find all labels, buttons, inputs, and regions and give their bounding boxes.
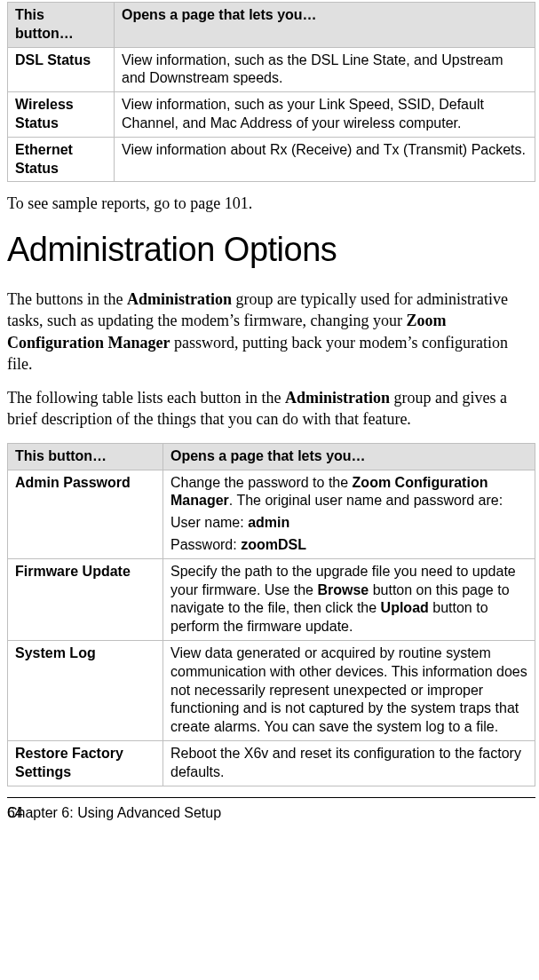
table-row: Firmware Update Specify the path to the … <box>8 558 535 640</box>
row-name: System Log <box>8 640 163 740</box>
row-name: Ethernet Status <box>8 137 115 182</box>
page-footer: 64 Chapter 6: Using Advanced Setup <box>7 798 535 835</box>
row-name: Wireless Status <box>8 92 115 138</box>
row-desc: View information about Rx (Receive) and … <box>115 137 535 182</box>
row-name: Firmware Update <box>8 558 163 640</box>
row-desc: View information, such as the DSL Line S… <box>115 47 535 92</box>
table-row: Wireless Status View information, such a… <box>8 92 535 138</box>
row-desc: Reboot the X6v and reset its configurati… <box>163 740 535 786</box>
row-name: DSL Status <box>8 47 115 92</box>
sample-reports-paragraph: To see sample reports, go to page 101. <box>7 193 535 214</box>
status-table: This button… Opens a page that lets you…… <box>7 2 535 182</box>
row-desc: Change the password to the Zoom Configur… <box>163 470 535 558</box>
row-name: Admin Password <box>8 470 163 558</box>
page-number: 64 <box>7 803 23 823</box>
table2-head-desc: Opens a page that lets you… <box>163 443 535 470</box>
table-row: Ethernet Status View information about R… <box>8 137 535 182</box>
intro-paragraph: The buttons in the Administration group … <box>7 288 535 375</box>
table-row: Restore Factory Settings Reboot the X6v … <box>8 740 535 786</box>
table1-head-button: This button… <box>8 3 115 48</box>
table-row: Admin Password Change the password to th… <box>8 470 535 558</box>
table1-head-desc: Opens a page that lets you… <box>115 3 535 48</box>
footer-text: Chapter 6: Using Advanced Setup <box>7 805 221 820</box>
administration-table: This button… Opens a page that lets you…… <box>7 443 535 786</box>
table-lead-paragraph: The following table lists each button in… <box>7 387 535 431</box>
row-desc: View data generated or acquired by routi… <box>163 640 535 740</box>
table-row: DSL Status View information, such as the… <box>8 47 535 92</box>
table-row: System Log View data generated or acquir… <box>8 640 535 740</box>
section-heading: Administration Options <box>7 227 535 273</box>
row-desc: View information, such as your Link Spee… <box>115 92 535 138</box>
row-name: Restore Factory Settings <box>8 740 163 786</box>
table2-head-button: This button… <box>8 443 163 470</box>
row-desc: Specify the path to the upgrade file you… <box>163 558 535 640</box>
